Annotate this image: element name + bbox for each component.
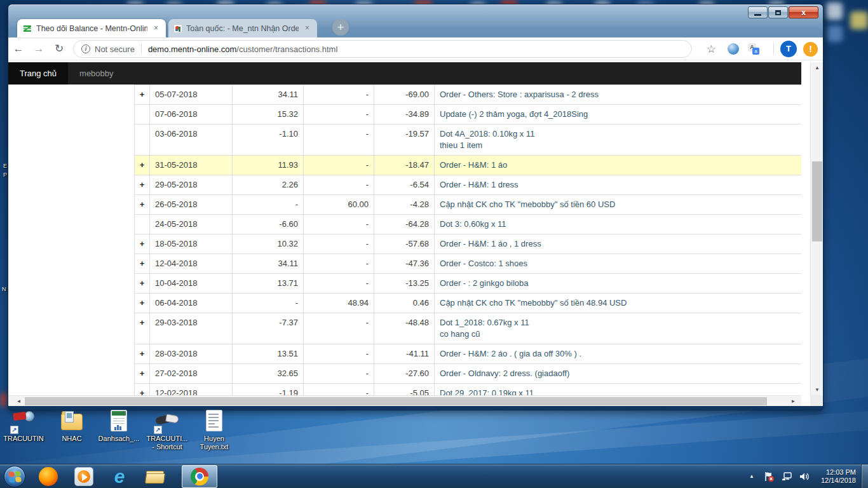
show-hidden-icons-button[interactable]: ▲ — [743, 473, 760, 479]
table-row[interactable]: + 10-04-2018 13.71 - -13.25 Order - : 2 … — [135, 274, 802, 294]
expand-plus-cell[interactable]: + — [135, 234, 150, 254]
expand-plus-cell[interactable]: + — [135, 294, 150, 313]
date-cell: 12-02-2018 — [150, 384, 233, 396]
expand-plus-cell[interactable]: + — [135, 344, 150, 364]
expand-plus-cell[interactable]: + — [135, 384, 150, 396]
extension-icon[interactable] — [728, 43, 739, 55]
table-row[interactable]: + 29-05-2018 2.26 - -6.54 Order - H&M: 1… — [135, 175, 802, 195]
desktop-icon-blurred — [827, 25, 843, 42]
description-line1: Order - H&M: 1 áo , 1 dress — [440, 238, 796, 250]
expand-plus-cell[interactable]: + — [135, 175, 150, 195]
expand-plus-cell[interactable]: + — [135, 313, 150, 344]
minimize-button[interactable] — [748, 6, 768, 18]
update-warning-badge[interactable]: ! — [803, 42, 818, 57]
amount2-cell: - — [304, 156, 374, 175]
desktop-label-fragment: N — [2, 286, 6, 292]
balance-cell: -18.47 — [374, 156, 435, 175]
table-row[interactable]: + 12-04-2018 34.11 - -47.36 Order - Cost… — [135, 254, 802, 274]
show-desktop-button[interactable] — [861, 464, 868, 488]
expand-plus-cell[interactable]: + — [135, 274, 150, 294]
tab-toan-quoc[interactable]: Toàn quốc: - Me_ntn Nhận Order × — [168, 19, 317, 37]
expand-plus-cell[interactable]: + — [135, 85, 150, 105]
internet-explorer-taskbar-icon[interactable]: e — [110, 467, 129, 486]
scroll-left-icon[interactable]: ◄ — [13, 396, 24, 406]
date-cell: 29-05-2018 — [150, 175, 233, 195]
expand-plus-cell[interactable] — [135, 125, 150, 156]
description-line1: Order - H&M: 1 dress — [440, 179, 796, 191]
bookmark-star-icon[interactable]: ☆ — [707, 43, 716, 56]
desktop-icon-danhsach[interactable]: Danhsach_... — [95, 410, 142, 443]
amount2-cell: - — [304, 215, 374, 234]
desktop-icon-huyen-tuyen[interactable]: Huyen Tuyen.txt — [191, 410, 238, 451]
info-icon[interactable]: i — [81, 44, 90, 53]
table-row[interactable]: + 06-04-2018 - 48.94 0.46 Cập nhật CK ch… — [135, 294, 802, 313]
nav-item-trang-chu[interactable]: Trang chủ — [8, 62, 68, 85]
icon-label-line2: Tuyen.txt — [200, 443, 229, 451]
expand-plus-cell[interactable]: + — [135, 156, 150, 175]
vertical-scrollbar[interactable]: ▲ ▼ — [810, 62, 823, 395]
desktop-icon-tracuuti-shortcut[interactable]: ↗ TRACUUTI... - Shortcut — [144, 410, 191, 451]
vertical-scroll-thumb[interactable] — [812, 161, 822, 241]
explorer-taskbar-icon[interactable] — [146, 467, 165, 486]
tab-title: Theo dõi Balance - Mentn-Online — [36, 24, 147, 33]
tab-title: Toàn quốc: - Me_ntn Nhận Order — [186, 24, 299, 33]
profile-avatar[interactable]: T — [780, 41, 797, 57]
description-line2: co hang cũ — [440, 329, 796, 340]
amount1-cell: 11.93 — [233, 156, 304, 175]
table-row[interactable]: + 12-02-2018 -1.19 - -5.05 Dot 29_2017: … — [135, 384, 802, 396]
amount2-cell: - — [304, 175, 374, 195]
horizontal-scroll-thumb[interactable] — [25, 397, 767, 405]
table-row[interactable]: + 27-02-2018 32.65 - -27.60 Order - Oldn… — [135, 364, 802, 384]
tab-close-icon[interactable]: × — [302, 24, 312, 33]
scroll-right-icon[interactable]: ► — [788, 396, 799, 406]
media-player-taskbar-icon[interactable] — [74, 467, 93, 486]
amount2-cell: - — [304, 313, 374, 344]
start-button[interactable] — [4, 466, 25, 487]
tab-theo-doi-balance[interactable]: Theo dõi Balance - Mentn-Online × — [17, 19, 166, 37]
table-row[interactable]: 24-05-2018 -6.60 - -64.28 Dot 3: 0.60kg … — [135, 215, 802, 234]
address-bar[interactable]: i Not secure demo.mentn-online.com/custo… — [73, 40, 692, 58]
back-button[interactable]: ← — [8, 43, 29, 55]
table-row[interactable]: + 05-07-2018 34.11 - -69.00 Order - Othe… — [135, 85, 802, 105]
table-row[interactable]: + 18-05-2018 10.32 - -57.68 Order - H&M:… — [135, 234, 802, 254]
expand-plus-cell[interactable]: + — [135, 364, 150, 384]
table-row[interactable]: + 29-03-2018 -7.37 - -48.48 Dot 1_2018: … — [135, 313, 802, 344]
table-row[interactable]: + 28-03-2018 13.51 - -41.11 Order - H&M:… — [135, 344, 802, 364]
network-icon[interactable] — [781, 471, 792, 482]
scroll-down-icon[interactable]: ▼ — [811, 384, 823, 395]
table-row[interactable]: 07-06-2018 15.32 - -34.89 Update (-) 2 t… — [135, 105, 802, 125]
desktop-icon-nhac[interactable]: NHAC — [48, 410, 95, 443]
description-cell: Order - H&M: 1 áo , 1 dress — [435, 234, 802, 254]
scroll-up-icon[interactable]: ▲ — [811, 62, 823, 73]
expand-plus-cell[interactable] — [135, 105, 150, 125]
forward-button[interactable]: → — [29, 43, 49, 55]
expand-plus-cell[interactable]: + — [135, 195, 150, 215]
description-line1: Order - Costco: 1 shoes — [440, 258, 796, 269]
desktop-icon-tracuutin[interactable]: ↗ TRACUUTIN — [0, 410, 47, 443]
table-row[interactable]: + 26-05-2018 - 60.00 -4.28 Cập nhật CK c… — [135, 195, 802, 215]
maximize-button[interactable] — [768, 6, 788, 18]
expand-plus-cell[interactable]: + — [135, 254, 150, 274]
transactions-table-wrap: + 05-07-2018 34.11 - -69.00 Order - Othe… — [134, 85, 801, 395]
firefox-taskbar-icon[interactable] — [39, 467, 58, 486]
chrome-taskbar-button-active[interactable] — [182, 465, 217, 488]
horizontal-scrollbar[interactable]: ◄ ► — [8, 395, 801, 406]
close-button[interactable]: x — [789, 6, 818, 18]
balance-cell: -47.36 — [374, 254, 435, 274]
tab-close-icon[interactable]: × — [151, 24, 161, 33]
amount1-cell: -7.37 — [233, 313, 304, 344]
amount1-cell: - — [233, 195, 304, 215]
volume-icon[interactable] — [799, 471, 810, 482]
new-tab-button[interactable]: + — [332, 19, 349, 36]
table-row[interactable]: + 31-05-2018 11.93 - -18.47 Order - H&M:… — [135, 156, 802, 175]
description-line1: Order - H&M: 2 áo . ( gia da off 30% ) . — [440, 348, 796, 360]
nav-item-mebobby[interactable]: mebobby — [68, 62, 125, 85]
reload-button[interactable]: ↻ — [49, 42, 69, 55]
taskbar-clock[interactable]: 12:03 PM 12/14/2018 — [821, 468, 856, 485]
action-center-flag-icon[interactable] — [763, 471, 775, 482]
security-label[interactable]: Not secure — [95, 44, 135, 54]
translate-extension-icon[interactable]: Aa — [748, 43, 759, 55]
amount2-cell: - — [304, 125, 374, 156]
table-row[interactable]: 03-06-2018 -1.10 - -19.57 Dot 4A_2018: 0… — [135, 125, 802, 156]
expand-plus-cell[interactable] — [135, 215, 150, 234]
